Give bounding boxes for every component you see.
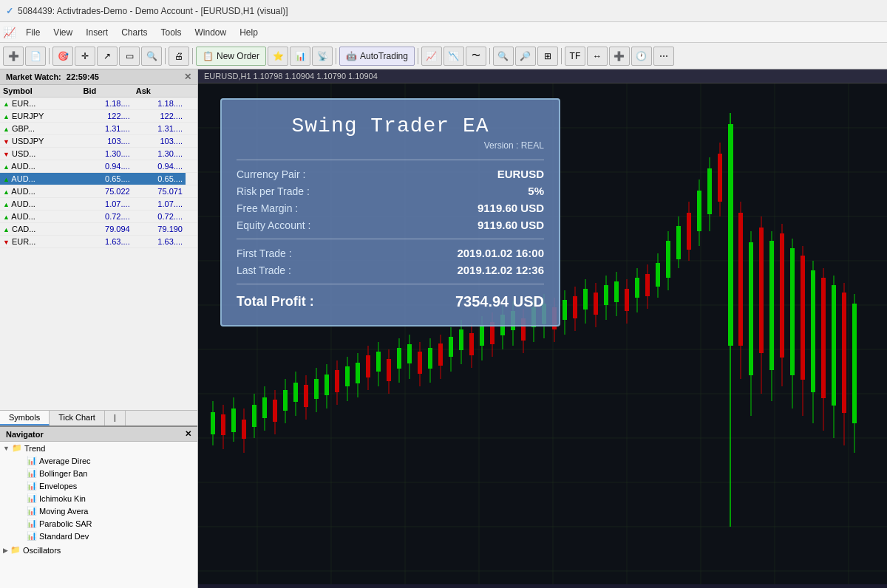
market-watch-row[interactable]: ▲ EURJPY 122.... 122....: [0, 110, 197, 123]
toolbar-search-btn[interactable]: 🔍: [493, 47, 514, 66]
menu-help[interactable]: Help: [234, 26, 264, 39]
oscillators-label: Oscillators: [23, 546, 61, 555]
toolbar-zoom-btn[interactable]: 🔍: [141, 47, 162, 66]
market-watch-row[interactable]: ▲ AUD... 1.07.... 1.07....: [0, 198, 197, 211]
expand-icon-2: ▶: [3, 547, 8, 554]
menu-view[interactable]: View: [47, 26, 78, 39]
nav-envelopes-label: Envelopes: [39, 482, 77, 490]
toolbar-rect-btn[interactable]: ▭: [119, 47, 140, 66]
toolbar-chart-btn[interactable]: 📊: [290, 47, 310, 66]
toolbar-print-btn[interactable]: 🖨: [169, 47, 189, 66]
market-watch-title: Market Watch: 22:59:45: [6, 72, 99, 81]
ask-cell: 0.94....: [133, 160, 186, 173]
nav-std-dev[interactable]: 📊 Standard Dev: [0, 530, 197, 542]
toolbar-target-btn[interactable]: 🎯: [52, 47, 73, 66]
nav-envelopes[interactable]: 📊 Envelopes: [0, 479, 197, 492]
svg-rect-94: [583, 289, 588, 310]
bid-cell: 1.63....: [80, 236, 132, 248]
navigator-header: Navigator ✕: [0, 427, 197, 442]
toolbar-more-btn[interactable]: ⋯: [653, 47, 674, 66]
nav-moving-avg[interactable]: 📊 Moving Avera: [0, 505, 197, 517]
toolbar-line-btn[interactable]: 📈: [421, 47, 442, 66]
ea-risk-label: Risk per Trade :: [237, 185, 310, 197]
svg-rect-98: [604, 285, 608, 305]
symbol-cell: ▲ AUD...: [0, 185, 80, 198]
market-watch-panel: Market Watch: 22:59:45 ✕ Symbol Bid Ask: [0, 69, 197, 425]
toolbar-star-btn[interactable]: ⭐: [268, 47, 288, 66]
menu-window[interactable]: Window: [189, 26, 233, 39]
market-watch-row[interactable]: ▼ EUR... 1.63.... 1.63....: [0, 236, 197, 248]
navigator-oscillators-group[interactable]: ▶ 📁 Oscillators: [0, 544, 197, 556]
market-watch-close[interactable]: ✕: [184, 72, 191, 82]
chart-canvas[interactable]: Swing Trader EA Version : REAL Currency …: [198, 83, 887, 584]
ea-equity-row: Equity Account : 9119.60 USD: [237, 219, 544, 231]
svg-rect-132: [780, 233, 784, 358]
separator-2: [165, 48, 166, 64]
market-watch-row[interactable]: ▲ AUD... 0.94.... 0.94....: [0, 160, 197, 173]
market-watch-row[interactable]: ▲ CAD... 79.094 79.190: [0, 223, 197, 236]
toolbar-wave-btn[interactable]: 〜: [466, 47, 486, 66]
svg-rect-64: [428, 348, 432, 369]
toolbar-scroll-btn[interactable]: ↔: [587, 47, 608, 66]
toolbar-signal-btn[interactable]: 📡: [312, 47, 333, 66]
toolbar-doc-btn[interactable]: 📄: [25, 47, 46, 66]
market-watch-header: Market Watch: 22:59:45 ✕: [0, 69, 197, 85]
ea-last-trade-label: Last Trade :: [237, 264, 291, 276]
separator-5: [418, 48, 418, 64]
svg-rect-34: [273, 400, 277, 422]
ask-cell: 0.72....: [133, 211, 186, 223]
svg-rect-106: [645, 274, 650, 296]
market-watch-row[interactable]: ▲ AUD... 0.72.... 0.72....: [0, 211, 197, 223]
ea-last-trade-value: 2019.12.02 12:36: [457, 264, 544, 276]
menu-file[interactable]: File: [20, 26, 46, 39]
toolbar-zoom-in-btn[interactable]: 🔎: [515, 47, 536, 66]
ea-profit-label: Total Profit :: [237, 294, 314, 310]
market-watch-row[interactable]: ▲ GBP... 1.31.... 1.31....: [0, 123, 197, 135]
ea-divider-2: [237, 239, 544, 239]
toolbar-fib-btn[interactable]: 📉: [444, 47, 464, 66]
toolbar-plus-btn[interactable]: ➕: [3, 47, 24, 66]
toolbar-multi-btn[interactable]: ⊞: [537, 47, 558, 66]
toolbar-cursor-btn[interactable]: ↗: [97, 47, 118, 66]
ask-cell: 0.65....: [133, 173, 186, 185]
symbols-tab[interactable]: Symbols: [0, 411, 50, 425]
svg-rect-104: [635, 278, 639, 298]
nav-avg-dir[interactable]: 📊 Average Direc: [0, 454, 197, 467]
ea-profit-value: 7354.94 USD: [455, 293, 544, 310]
market-watch-row[interactable]: ▲ AUD... 75.022 75.071: [0, 185, 197, 198]
market-watch-row[interactable]: ▼ USDJPY 103.... 103....: [0, 135, 197, 148]
folder-icon: 📁: [12, 443, 22, 453]
ea-last-trade-row: Last Trade : 2019.12.02 12:36: [237, 264, 544, 276]
toolbar-move-btn[interactable]: ✛: [75, 47, 95, 66]
ask-cell: 1.18....: [133, 98, 186, 110]
nav-parabolic[interactable]: 📊 Parabolic SAR: [0, 517, 197, 530]
col-bid: Bid: [80, 85, 132, 98]
navigator-close[interactable]: ✕: [185, 429, 191, 439]
tick-chart-tab[interactable]: Tick Chart: [50, 411, 105, 425]
toolbar-green-btn[interactable]: ➕: [609, 47, 630, 66]
col-ask: Ask: [133, 85, 186, 98]
autotrading-label: AutoTrading: [360, 51, 408, 61]
new-order-button[interactable]: 📋 New Order: [196, 47, 266, 66]
autotrading-button[interactable]: 🤖 AutoTrading: [339, 47, 415, 66]
svg-rect-52: [366, 355, 370, 377]
navigator-trend-group[interactable]: ▼ 📁 Trend: [0, 442, 197, 454]
symbol-cell: ▲ EUR...: [0, 98, 80, 110]
svg-rect-46: [335, 370, 339, 392]
market-watch-row[interactable]: ▲ AUD... 0.65.... 0.65....: [0, 173, 197, 185]
menu-charts[interactable]: Charts: [115, 26, 153, 39]
market-watch-row[interactable]: ▲ EUR... 1.18.... 1.18....: [0, 98, 197, 110]
nav-bollinger[interactable]: 📊 Bollinger Ban: [0, 467, 197, 479]
symbol-cell: ▲ AUD...: [0, 173, 80, 185]
toolbar-tf-btn[interactable]: TF: [565, 47, 585, 66]
indicator-icon-6: 📊: [27, 519, 37, 528]
menu-insert[interactable]: Insert: [80, 26, 114, 39]
symbol-cell: ▲ AUD...: [0, 160, 80, 173]
nav-ichimoku[interactable]: 📊 Ichimoku Kin: [0, 492, 197, 505]
ea-equity-label: Equity Account :: [237, 219, 310, 231]
market-watch-row[interactable]: ▼ USD... 1.30.... 1.30....: [0, 148, 197, 160]
ask-cell: 1.30....: [133, 148, 186, 160]
ea-title: Swing Trader EA: [237, 114, 544, 137]
toolbar-clock-btn[interactable]: 🕐: [631, 47, 652, 66]
menu-tools[interactable]: Tools: [155, 26, 188, 39]
